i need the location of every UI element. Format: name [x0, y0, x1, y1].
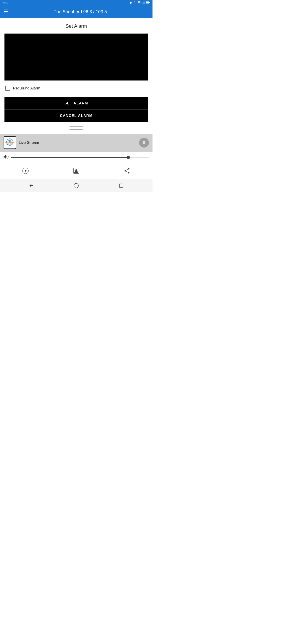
alarm-buttons: SET ALARM CANCEL ALARM [4, 97, 148, 122]
drag-line-1 [70, 126, 83, 126]
svg-text:96.3/103.5FM: 96.3/103.5FM [6, 143, 13, 145]
svg-point-17 [75, 169, 77, 171]
location-icon: 📍 [133, 1, 136, 4]
android-nav [0, 179, 152, 192]
back-button[interactable] [26, 181, 36, 190]
speaker-icon [4, 155, 8, 159]
drag-line-2 [70, 128, 83, 128]
status-time: 4:42 [3, 1, 8, 4]
wifi-icon [137, 1, 141, 4]
svg-rect-5 [146, 2, 149, 3]
drag-handle-area [0, 122, 152, 134]
contacts-icon [73, 168, 80, 174]
volume-slider-thumb [127, 156, 130, 159]
status-icons: ⏺ 📍 [130, 1, 150, 4]
app-bar: ☰ The Shepherd 96.3 / 103.5 [0, 5, 152, 18]
svg-rect-1 [142, 3, 142, 4]
recurring-alarm-row: Recurring Alarm [4, 86, 148, 91]
clock-display-area [4, 34, 148, 80]
set-alarm-button[interactable]: SET ALARM [4, 97, 148, 110]
drag-handle [70, 126, 83, 130]
play-icon [22, 168, 28, 174]
status-bar: 4:42 ⏺ 📍 [0, 0, 152, 5]
svg-point-20 [128, 172, 130, 174]
recents-button[interactable] [116, 181, 126, 190]
svg-line-22 [126, 171, 128, 173]
recurring-alarm-checkbox[interactable] [5, 86, 10, 91]
volume-slider-fill [11, 157, 128, 158]
shepherd-logo-svg: THE SHEPHERD 96.3/103.5FM [5, 138, 15, 148]
home-icon [74, 183, 79, 188]
svg-rect-6 [149, 2, 150, 3]
main-content: Set Alarm Recurring Alarm [0, 18, 152, 91]
volume-icon [4, 155, 8, 160]
cancel-alarm-button[interactable]: CANCEL ALARM [4, 110, 148, 122]
svg-point-18 [128, 168, 130, 170]
volume-row [0, 152, 152, 163]
bottom-player: THE SHEPHERD 96.3/103.5FM Live Stream [0, 134, 152, 152]
contacts-button[interactable] [68, 166, 85, 176]
svg-rect-3 [144, 2, 144, 4]
home-button[interactable] [71, 181, 81, 190]
player-logo-inner: THE SHEPHERD 96.3/103.5FM [4, 137, 16, 148]
share-icon [124, 168, 130, 174]
svg-point-0 [139, 3, 139, 4]
svg-rect-12 [143, 141, 144, 144]
svg-line-21 [126, 169, 128, 170]
share-button[interactable] [118, 166, 136, 176]
player-logo: THE SHEPHERD 96.3/103.5FM [4, 136, 16, 149]
drag-line-3 [70, 129, 83, 130]
svg-marker-15 [25, 170, 27, 172]
battery-icon [146, 1, 150, 4]
pause-button[interactable] [139, 138, 149, 148]
back-icon [28, 183, 34, 188]
svg-rect-24 [120, 184, 123, 188]
recurring-alarm-label: Recurring Alarm [13, 86, 40, 90]
bottom-nav [0, 163, 152, 179]
hamburger-icon[interactable]: ☰ [4, 9, 8, 14]
recents-icon [119, 183, 124, 188]
svg-rect-13 [144, 141, 145, 144]
svg-rect-2 [143, 2, 143, 4]
signal-icon [142, 1, 145, 4]
record-icon: ⏺ [130, 1, 132, 4]
player-title: Live Stream [19, 140, 136, 145]
pause-icon [142, 141, 146, 145]
svg-point-23 [74, 183, 78, 188]
svg-point-19 [124, 170, 126, 172]
volume-slider[interactable] [11, 157, 149, 158]
svg-rect-4 [144, 2, 145, 4]
page-title: Set Alarm [4, 23, 148, 29]
app-bar-title: The Shepherd 96.3 / 103.5 [12, 9, 149, 14]
play-button[interactable] [17, 166, 34, 176]
